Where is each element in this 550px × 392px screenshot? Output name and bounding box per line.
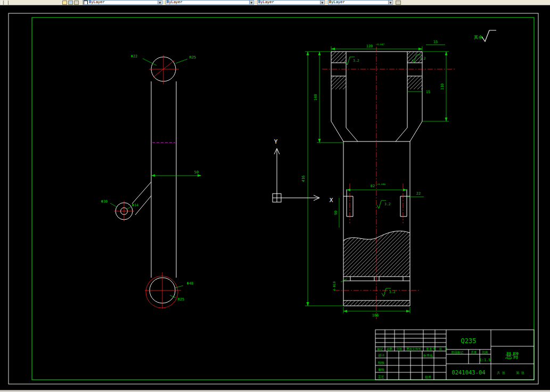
plotstyle-control-value: ByLayer — [329, 0, 387, 5]
dim-fork-span-tol: +0.047 — [376, 43, 385, 46]
rev-header-count: 处数 — [387, 347, 393, 351]
rev-header-mark: 标记 — [377, 347, 384, 351]
dim-slot-span: 82 — [371, 184, 375, 188]
general-roughness-note: 其余 — [474, 30, 496, 41]
plotstyle-control[interactable]: ByLayer ▼ — [328, 0, 393, 5]
sign-approve: 批准 — [425, 375, 431, 379]
roughness-value: 3.2 — [389, 290, 396, 294]
toolbar-grip[interactable] — [1, 1, 4, 5]
ucs-icon: Y X — [273, 138, 333, 204]
roughness-value: 3.2 — [384, 202, 391, 206]
left-view-dim-text: Φ22 R25 50 Φ30 Φ14 Φ48 R25 — [101, 54, 199, 302]
toolbar-grip[interactable] — [6, 1, 9, 5]
sign-design: 设计 — [378, 353, 384, 357]
rev-header-zone: 分区 — [397, 347, 403, 351]
dim-bottom-radius: R25 — [178, 297, 185, 302]
left-view-dim-lines — [110, 59, 201, 298]
chevron-down-icon[interactable]: ▼ — [249, 1, 253, 4]
window-bottom-edge — [0, 390, 550, 392]
material-value: Q235 — [461, 337, 477, 345]
dim-boss-dia: Φ30 — [101, 199, 108, 204]
toolbar-spacer — [10, 0, 62, 5]
dim-slot-depth: 90 — [334, 211, 338, 215]
sheet-frame — [9, 13, 538, 384]
roughness-value: 3.2 — [353, 59, 359, 63]
dim-fork-span: 120 — [366, 44, 373, 48]
properties-toolbar: ByLayer ▼ ByLayer ▼ ByLayer ▼ ByLayer ▼ — [0, 0, 550, 5]
ucs-y-label: Y — [274, 138, 278, 145]
layer-previous-icon[interactable] — [74, 1, 79, 5]
dim-base-holes: 4-Φ18 — [332, 281, 336, 291]
color-control[interactable]: ByLayer ▼ — [83, 0, 162, 5]
dim-base-width: 106 — [372, 313, 379, 318]
rev-header-sign: 签名 — [426, 347, 432, 351]
drawing-viewport[interactable]: Φ22 R25 50 Φ30 Φ14 Φ48 R25 — [0, 5, 550, 390]
dim-top-hole-dia: Φ22 — [131, 54, 138, 59]
scale-value: 1:1.5 — [479, 358, 490, 362]
dim-notch-width: 22 — [416, 191, 421, 196]
roughness-check-icon — [482, 30, 496, 41]
dim-top-radius: R25 — [190, 55, 196, 60]
dim-fork-height: 148 — [314, 94, 318, 101]
layer-properties-icon[interactable] — [62, 1, 67, 5]
sign-review: 审核 — [378, 368, 384, 371]
dim-arm-width: 50 — [194, 170, 199, 174]
field-stage: 阶段标记 — [452, 351, 464, 354]
title-block: Q235 悬臂 0241043-04 1:1.5 标记 处数 分区 更改文件号 … — [375, 330, 534, 380]
dim-boss-hole-dia: Φ14 — [132, 203, 139, 207]
drawing-number: 0241043-04 — [452, 369, 485, 376]
left-view-centerlines — [114, 55, 181, 308]
field-sheet-index: 第 张 — [516, 371, 524, 375]
dim-slot-span-tol: +0.046 — [377, 183, 386, 186]
chevron-down-icon[interactable]: ▼ — [158, 1, 161, 4]
ucs-x-label: X — [330, 197, 333, 204]
right-view: 120 +0.047 15 148 110 416 15 82 +0.046 2… — [301, 40, 455, 319]
rev-header-date: 年、月、日 — [433, 347, 448, 351]
left-view: Φ22 R25 50 Φ30 Φ14 Φ48 R25 — [101, 54, 201, 308]
chevron-down-icon[interactable]: ▼ — [388, 1, 392, 4]
lineweight-control[interactable]: ByLayer ▼ — [257, 0, 325, 5]
chevron-down-icon[interactable]: ▼ — [320, 1, 324, 4]
color-swatch-icon — [84, 1, 88, 5]
field-scale: 比例 — [482, 351, 488, 354]
general-note-text: 其余 — [474, 35, 483, 40]
dim-arm-width: 15 — [426, 90, 430, 94]
dim-overall-height: 416 — [301, 176, 306, 182]
sign-check: 校核 — [377, 361, 384, 364]
dim-bottom-hole-dia: Φ48 — [187, 281, 194, 286]
rev-header-doc: 更改文件号 — [406, 347, 421, 351]
sign-standard: 标准化 — [423, 353, 433, 357]
roughness-value: 3.2 — [420, 56, 426, 61]
sign-process: 工艺 — [378, 375, 384, 379]
linetype-control-value: ByLayer — [167, 0, 248, 5]
toolbar-button[interactable] — [396, 1, 401, 5]
color-control-value: ByLayer — [89, 0, 156, 5]
field-sheet-total: 共 张 — [497, 371, 505, 375]
dim-arm-height: 110 — [440, 84, 445, 90]
make-layer-current-icon[interactable] — [68, 1, 73, 5]
dim-pad-width: 15 — [433, 40, 438, 44]
field-weight: 质量 — [471, 351, 478, 354]
left-view-outline — [116, 57, 176, 303]
section-hatching — [331, 52, 422, 306]
part-name: 悬臂 — [505, 352, 519, 360]
linetype-control[interactable]: ByLayer ▼ — [166, 0, 254, 5]
lineweight-control-value: ByLayer — [258, 0, 318, 5]
